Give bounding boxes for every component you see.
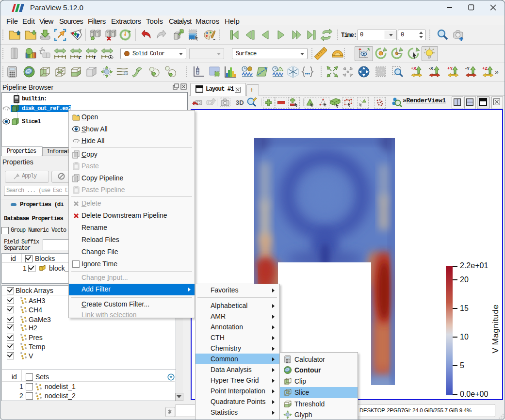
svg-text:+Y: +Y bbox=[447, 66, 453, 71]
svg-text:c: c bbox=[79, 53, 81, 60]
svg-text:-X: -X bbox=[429, 66, 433, 71]
svg-text:t: t bbox=[94, 53, 96, 60]
svg-text:-Y: -Y bbox=[465, 66, 470, 71]
svg-text:+Z: +Z bbox=[482, 66, 488, 71]
svg-text:+X: +X bbox=[411, 66, 416, 71]
